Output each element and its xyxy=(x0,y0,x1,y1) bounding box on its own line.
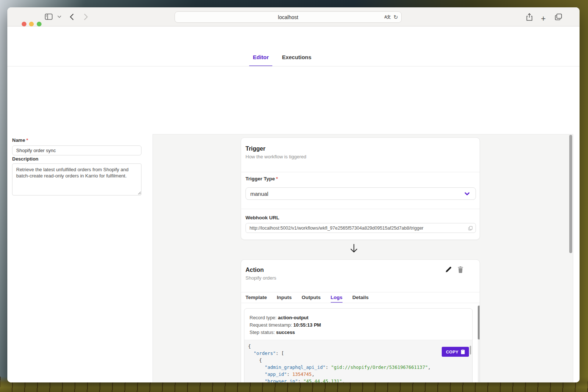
action-tabbar: Template Inputs Outputs Logs Details xyxy=(245,292,369,303)
divider xyxy=(241,209,480,209)
resize-grip-icon[interactable] xyxy=(138,191,141,195)
tab-details[interactable]: Details xyxy=(352,292,369,303)
timestamp-row: Request timestamp: 10:55:13 PM xyxy=(250,321,321,329)
action-card: Action Shopify orders Template Inputs Ou… xyxy=(241,259,480,382)
json-code-block[interactable]: { "orders": [ { "admin_graphql_api_id": … xyxy=(244,340,472,382)
trigger-type-select[interactable]: manual xyxy=(245,187,476,200)
log-meta: Record type: action-output Request times… xyxy=(250,314,321,336)
name-label: Name* xyxy=(12,137,28,143)
code-scrollbar[interactable] xyxy=(470,346,471,355)
action-subtitle: Shopify orders xyxy=(245,275,276,281)
new-tab-icon[interactable]: + xyxy=(541,14,546,24)
tab-editor[interactable]: Editor xyxy=(253,48,269,66)
tab-logs[interactable]: Logs xyxy=(331,292,343,303)
trash-icon[interactable] xyxy=(458,266,464,273)
close-window-button[interactable] xyxy=(22,22,26,26)
name-input[interactable] xyxy=(12,145,141,155)
reload-icon[interactable]: ↻ xyxy=(393,14,398,21)
log-record-card: Record type: action-output Request times… xyxy=(244,308,473,382)
webhook-url-input[interactable]: http://localhost:5002/v1/workflows/wkfl_… xyxy=(245,223,476,233)
description-textarea[interactable]: Retrieve the latest unfulfilled orders f… xyxy=(12,163,141,195)
clipboard-icon xyxy=(461,349,465,354)
divider xyxy=(241,303,480,303)
trigger-type-value: manual xyxy=(250,191,268,197)
trigger-type-label: Trigger Type* xyxy=(245,176,278,181)
webhook-url-value: http://localhost:5002/v1/workflows/wkfl_… xyxy=(250,226,423,231)
tab-outputs[interactable]: Outputs xyxy=(302,292,321,303)
sidebar-toggle-icon[interactable] xyxy=(45,14,53,20)
browser-toolbar: localhost A文 ↻ + xyxy=(7,7,580,26)
action-title: Action xyxy=(245,267,276,273)
pencil-icon[interactable] xyxy=(445,266,452,273)
translate-icon[interactable]: A文 xyxy=(384,14,390,20)
back-icon[interactable] xyxy=(70,14,74,20)
editor-content: Name* Description Retrieve the latest un… xyxy=(7,66,580,382)
trigger-card: Trigger How the workflow is tiggered Tri… xyxy=(241,137,480,240)
address-bar[interactable]: localhost A文 ↻ xyxy=(175,11,402,23)
zoom-window-button[interactable] xyxy=(37,22,42,26)
workflow-header: Edit workflow Save xyxy=(7,26,580,48)
tab-inputs[interactable]: Inputs xyxy=(277,292,292,303)
copy-icon[interactable] xyxy=(468,226,473,231)
webhook-url-label: Webhook URL xyxy=(245,215,279,220)
tab-template[interactable]: Template xyxy=(245,292,267,303)
view-tabbar: Editor Executions xyxy=(7,48,580,66)
copy-button[interactable]: COPY xyxy=(442,347,469,357)
record-type-row: Record type: action-output xyxy=(250,314,321,321)
forward-icon[interactable] xyxy=(84,14,88,20)
required-asterisk: * xyxy=(26,137,28,143)
description-label: Description xyxy=(12,156,39,162)
url-text: localhost xyxy=(278,14,298,20)
status-value: success xyxy=(276,330,295,335)
divider xyxy=(241,172,480,172)
tab-overview-icon[interactable] xyxy=(555,14,562,20)
log-panel-scrollbar[interactable] xyxy=(478,305,480,382)
share-icon[interactable] xyxy=(526,13,533,21)
tab-executions[interactable]: Executions xyxy=(282,48,311,66)
arrow-down-icon xyxy=(349,243,358,253)
browser-window: localhost A文 ↻ + Edit workflow Save Ed xyxy=(7,7,580,382)
canvas-scrollbar[interactable] xyxy=(569,134,572,382)
chevron-down-icon[interactable] xyxy=(57,15,61,18)
status-row: Step status: success xyxy=(250,329,321,336)
trigger-title: Trigger xyxy=(245,145,306,152)
minimize-window-button[interactable] xyxy=(29,22,34,26)
chevron-down-icon xyxy=(465,192,470,195)
trigger-subtitle: How the workflow is tiggered xyxy=(245,154,306,159)
